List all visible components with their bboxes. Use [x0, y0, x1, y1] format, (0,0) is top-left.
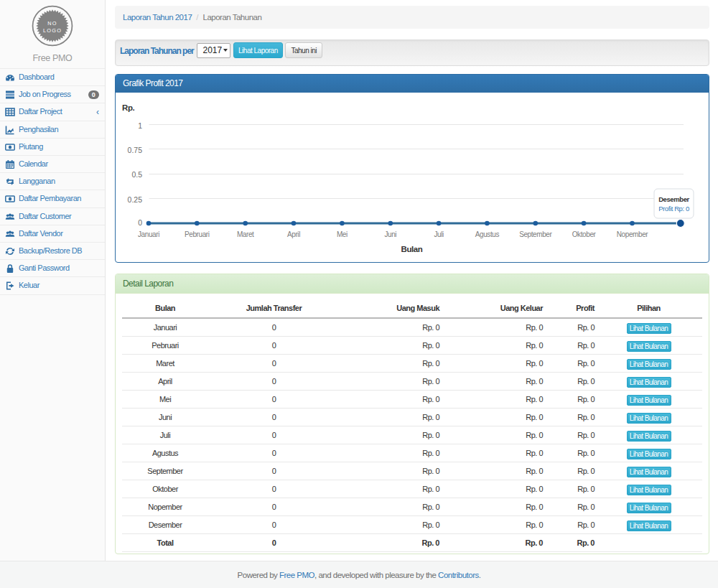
svg-text:Juni: Juni	[384, 230, 396, 238]
svg-text:Rp.: Rp.	[122, 103, 135, 112]
svg-text:0: 0	[138, 218, 142, 227]
svg-text:Agustus: Agustus	[475, 230, 500, 238]
svg-text:Oktober: Oktober	[572, 230, 597, 238]
svg-text:September: September	[519, 230, 552, 238]
svg-text:NO: NO	[47, 20, 57, 27]
svg-text:0.25: 0.25	[128, 195, 143, 204]
svg-text:LOGO: LOGO	[43, 27, 62, 34]
svg-text:Bulan: Bulan	[401, 245, 423, 253]
svg-text:Profit Rp: 0: Profit Rp: 0	[658, 205, 689, 213]
svg-text:Pebruari: Pebruari	[185, 230, 210, 238]
svg-text:April: April	[287, 230, 300, 238]
svg-text:0.75: 0.75	[128, 146, 143, 154]
svg-text:1: 1	[138, 121, 142, 130]
svg-text:Juli: Juli	[434, 230, 444, 238]
svg-text:Nopember: Nopember	[617, 230, 649, 238]
svg-text:Desember: Desember	[658, 195, 689, 203]
svg-text:Januari: Januari	[138, 230, 159, 238]
svg-text:Maret: Maret	[237, 230, 254, 238]
svg-text:0.5: 0.5	[131, 170, 142, 179]
svg-text:Mei: Mei	[337, 230, 348, 238]
